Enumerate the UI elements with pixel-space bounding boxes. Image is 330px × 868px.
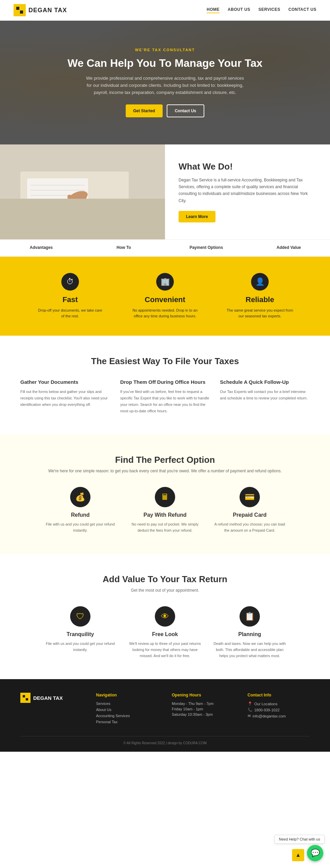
tab-how-to[interactable]: How To [83, 240, 165, 256]
svg-rect-16 [50, 216, 56, 220]
footer-hours-col: Opening Hours Monday - Thu 9am - 7pm Fri… [172, 693, 234, 726]
footer-logo-text: DEGAN TAX [33, 695, 63, 701]
hero-section: WE'RE TAX CONSULTANT We Can Help You To … [0, 21, 330, 144]
svg-rect-19 [73, 216, 79, 220]
email-icon: ✉ [248, 714, 251, 718]
nav-about[interactable]: ABOUT US [228, 7, 250, 13]
svg-rect-2 [16, 11, 19, 14]
main-nav: HOME ABOUT US SERVICES CONTACT US [207, 7, 316, 13]
tranquility-icon: 🛡 [70, 606, 90, 627]
step-followup-desc: Our Tax Experts will contact you for a b… [220, 389, 310, 401]
free-look-title: Free Look [128, 631, 202, 637]
step-dropoff-title: Drop Them Off During Office Hours [120, 379, 210, 386]
nav-contact[interactable]: CONTACT US [288, 7, 316, 13]
svg-rect-25 [23, 695, 25, 697]
get-started-button[interactable]: Get Started [126, 104, 163, 117]
reliable-title: Reliable [219, 295, 301, 304]
footer-hours-2: Saturday 10:30am - 3pm [172, 712, 234, 716]
payment-refund: 💰 Refund File with us and you could get … [43, 487, 118, 533]
copyright-text: © All Rights Reserved 2022 | design by C… [123, 741, 207, 745]
tranquility-desc: File with us and you could get your refu… [43, 641, 118, 653]
steps-grid: Gather Your Documents Fill out the forms… [20, 379, 310, 414]
svg-rect-13 [58, 211, 64, 215]
prepaid-desc: A refund method you choose; you can load… [212, 521, 287, 533]
step-followup-title: Schedule A Quick Follow-Up [220, 379, 310, 386]
reliable-desc: The same great service you expect from o… [226, 308, 294, 319]
hero-title: We Can Help You To Manage Your Tax [67, 57, 263, 70]
planning-desc: Death and taxes. Now we can help you wit… [212, 641, 287, 659]
hero-tag: WE'RE TAX CONSULTANT [135, 48, 195, 52]
learn-more-button[interactable]: Learn More [179, 211, 215, 222]
svg-rect-27 [23, 698, 25, 701]
footer-phone: 📞 1800-939-1022 [248, 708, 310, 712]
easiest-section: The Easiest Way To File Your Taxes Gathe… [0, 336, 330, 434]
footer-bottom: © All Rights Reserved 2022 | design by C… [20, 736, 310, 745]
feature-fast: ⏱ Fast Drop-off your documents, we take … [29, 273, 111, 319]
free-look-icon: 👁 [155, 606, 175, 627]
svg-rect-3 [20, 11, 23, 14]
what-we-do-section: What We Do! Degan Tax Service is a full-… [0, 144, 330, 239]
perfect-subtitle: We're here for one simple reason: to get… [20, 469, 310, 473]
footer-location: 📍 Our Locations [248, 702, 310, 706]
footer-logo-icon [20, 693, 30, 703]
contact-us-button[interactable]: Contact Us [167, 104, 204, 117]
phone-icon: 📞 [248, 708, 252, 712]
easiest-title: The Easiest Way To File Your Taxes [20, 356, 310, 367]
add-value-title: Add Value To Your Tax Return [20, 574, 310, 585]
footer-email: ✉ info@degantax.com [248, 714, 310, 718]
tranquility-title: Tranquility [43, 631, 118, 637]
what-we-do-content: What We Do! Degan Tax Service is a full-… [165, 148, 330, 236]
svg-rect-28 [26, 698, 28, 701]
value-tranquility: 🛡 Tranquility File with us and you could… [43, 606, 118, 659]
footer-nav-personal[interactable]: Personal Tax [96, 720, 159, 724]
tab-payment-options[interactable]: Payment Options [165, 240, 248, 256]
convenient-desc: No appointments needed. Drop in to an of… [131, 308, 199, 319]
fast-icon: ⏱ [61, 273, 79, 291]
svg-rect-15 [73, 211, 79, 215]
footer-logo[interactable]: DEGAN TAX [20, 693, 83, 703]
svg-rect-18 [65, 216, 71, 220]
step-followup: Schedule A Quick Follow-Up Our Tax Exper… [220, 379, 310, 414]
svg-rect-11 [50, 201, 79, 209]
logo[interactable]: DEGAN TAX [14, 4, 67, 16]
features-section: ⏱ Fast Drop-off your documents, we take … [0, 257, 330, 336]
logo-text: DEGAN TAX [28, 7, 67, 14]
value-grid: 🛡 Tranquility File with us and you could… [20, 606, 310, 659]
step-gather: Gather Your Documents Fill out the forms… [20, 379, 110, 414]
svg-rect-14 [65, 211, 71, 215]
svg-rect-1 [20, 7, 23, 10]
add-value-section: Add Value To Your Tax Return Get the mos… [0, 554, 330, 679]
value-planning: 📋 Planning Death and taxes. Now we can h… [212, 606, 287, 659]
value-free-look: 👁 Free Look We'll review up to three of … [128, 606, 202, 659]
svg-rect-17 [58, 216, 64, 220]
pay-with-refund-icon: 🖩 [155, 487, 175, 507]
tab-advantages[interactable]: Advantages [0, 240, 83, 256]
pay-with-refund-title: Pay With Refund [128, 512, 202, 518]
footer-nav-services[interactable]: Services [96, 702, 159, 706]
footer-nav-accounting[interactable]: Accounting Services [96, 714, 159, 718]
refund-desc: File with us and you could get your refu… [43, 521, 118, 533]
free-look-desc: We'll review up to three of your past re… [128, 641, 202, 659]
svg-rect-6 [27, 178, 88, 226]
features-grid: ⏱ Fast Drop-off your documents, we take … [29, 273, 301, 319]
step-dropoff-desc: If you've filed with us before, feel fre… [120, 389, 210, 414]
perfect-section: Find The Perfect Option We're here for o… [0, 434, 330, 554]
prepaid-title: Prepaid Card [212, 512, 287, 518]
footer-contact-col: Contact Info 📍 Our Locations 📞 1800-939-… [248, 693, 310, 726]
tab-added-value[interactable]: Added Value [248, 240, 330, 256]
footer-nav-about[interactable]: About Us [96, 708, 159, 712]
hero-buttons: Get Started Contact Us [126, 104, 204, 117]
footer: DEGAN TAX Navigation Services About Us A… [0, 679, 330, 752]
footer-nav-title: Navigation [96, 693, 159, 697]
convenient-title: Convenient [124, 295, 206, 304]
nav-home[interactable]: HOME [207, 7, 220, 13]
footer-nav-links: Services About Us Accounting Services Pe… [96, 702, 159, 724]
planning-icon: 📋 [240, 606, 260, 627]
reliable-icon: 👤 [251, 273, 269, 291]
what-we-do-description: Degan Tax Service is a full-service Acco… [179, 177, 316, 204]
nav-services[interactable]: SERVICES [259, 7, 280, 13]
fast-desc: Drop-off your documents, we take care of… [36, 308, 104, 319]
step-dropoff: Drop Them Off During Office Hours If you… [120, 379, 210, 414]
planning-title: Planning [212, 631, 287, 637]
footer-hours-1: Friday 10am - 1pm [172, 707, 234, 711]
